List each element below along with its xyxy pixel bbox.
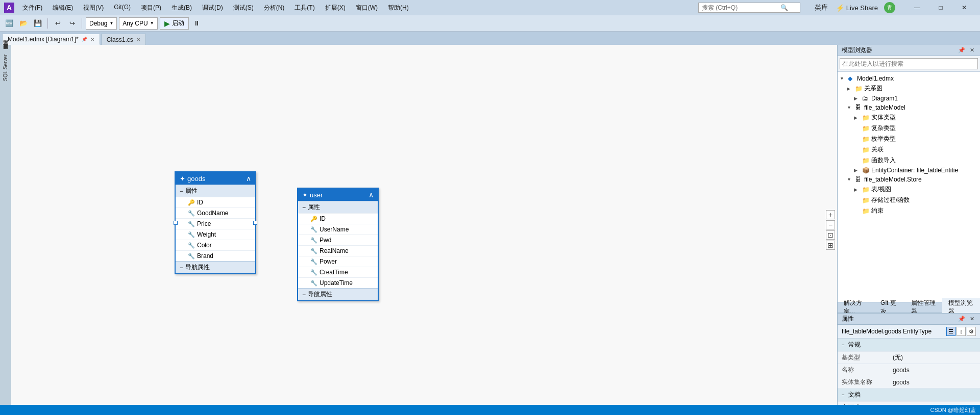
menu-analyze[interactable]: 分析(N)	[260, 3, 289, 13]
tab-class[interactable]: Class1.cs ✕	[101, 34, 146, 45]
props-row-entityset: 实体集名称 goods	[838, 376, 980, 388]
zoom-in-button[interactable]: +	[826, 210, 835, 219]
redo-button[interactable]: ↪	[66, 17, 78, 30]
tree-search[interactable]	[838, 56, 980, 72]
undo-button[interactable]: ↩	[52, 17, 64, 30]
debug-config-dropdown[interactable]: Debug ▼	[86, 17, 117, 30]
menu-edit[interactable]: 编辑(E)	[48, 3, 77, 13]
diagram-canvas[interactable]: ✦goods ∧ − 属性 🔑 ID 🔧 GoodName 🔧 Pri	[11, 45, 837, 415]
menu-help[interactable]: 帮助(H)	[384, 3, 413, 13]
editor-area[interactable]: ✦goods ∧ − 属性 🔑 ID 🔧 GoodName 🔧 Pri	[11, 45, 837, 415]
zoom-out-button[interactable]: −	[826, 220, 835, 229]
basetype-value[interactable]: (无)	[889, 352, 980, 364]
props-section-general: − 常规	[838, 339, 980, 352]
user-prop-realname[interactable]: 🔧 RealName	[298, 245, 378, 256]
search-box[interactable]: 🔍	[698, 3, 800, 13]
panel-close-button[interactable]: ✕	[968, 315, 976, 323]
goods-prop-goodname[interactable]: 🔧 GoodName	[176, 208, 255, 218]
library-button[interactable]: 类库	[813, 2, 830, 14]
cpu-config-dropdown[interactable]: Any CPU ▼	[119, 17, 157, 30]
menu-project[interactable]: 项目(P)	[137, 3, 165, 13]
tree-item-enumtype[interactable]: 📁 枚举类型	[838, 134, 980, 144]
user-prop-username[interactable]: 🔧 UserName	[298, 224, 378, 235]
tree-item-association[interactable]: 📁 关联	[838, 144, 980, 155]
user-prop-id[interactable]: 🔑 ID	[298, 213, 378, 224]
tree-item-tableview[interactable]: ▶ 📁 表/视图	[838, 184, 980, 195]
panel-pin-button[interactable]: 📌	[958, 46, 966, 55]
menu-git[interactable]: Git(G)	[110, 3, 135, 13]
maximize-button[interactable]: □	[929, 0, 952, 15]
user-prop-pwd[interactable]: 🔧 Pwd	[298, 235, 378, 245]
tree-item-associations[interactable]: ▶ 📁 关系图	[838, 83, 980, 94]
key-icon: 🔑	[310, 216, 317, 222]
minus-icon: −	[180, 188, 183, 195]
search-input[interactable]	[702, 4, 778, 11]
tree-label: 存储过程/函数	[871, 196, 910, 204]
menu-window[interactable]: 窗口(W)	[352, 3, 382, 13]
user-entity[interactable]: ✦user ∧ − 属性 🔑 ID 🔧 UserName 🔧 Pwd	[297, 188, 379, 301]
menu-view[interactable]: 视图(V)	[79, 3, 108, 13]
user-header[interactable]: ✦user ∧	[298, 189, 378, 201]
menu-test[interactable]: 测试(S)	[229, 3, 258, 13]
panel-close-button[interactable]: ✕	[968, 46, 976, 55]
user-prop-power[interactable]: 🔧 Power	[298, 256, 378, 267]
open-file-button[interactable]: 📂	[17, 17, 30, 30]
goods-prop-weight[interactable]: 🔧 Weight	[176, 229, 255, 240]
tree-item-constraints[interactable]: 📁 约束	[838, 205, 980, 216]
live-share-button[interactable]: ⚡ Live Share	[836, 4, 878, 12]
tab-class-label: Class1.cs	[107, 36, 133, 43]
props-categorize-button[interactable]: ☰	[946, 327, 955, 336]
tab-diagram[interactable]: Model1.edmx [Diagram1]* 📌 ✕	[2, 34, 100, 45]
resize-handle-left[interactable]	[174, 221, 178, 225]
goods-entity[interactable]: ✦goods ∧ − 属性 🔑 ID 🔧 GoodName 🔧 Pri	[175, 171, 256, 274]
user-collapse-button[interactable]: ∧	[369, 191, 374, 199]
prop-icon: 🔧	[310, 248, 317, 254]
name-value[interactable]: goods	[889, 364, 980, 376]
right-panel: 模型浏览器 📌 ✕ ▼ ◆ Model1.edmx ▶ 📁 关系图	[837, 45, 980, 415]
tree-item-storedproc[interactable]: 📁 存储过程/函数	[838, 195, 980, 205]
menu-file[interactable]: 文件(F)	[18, 3, 46, 13]
tab-class-close[interactable]: ✕	[136, 37, 140, 42]
entityset-value[interactable]: goods	[889, 376, 980, 388]
tree-item-store[interactable]: ▼ 🗄 file_tableModel.Store	[838, 175, 980, 184]
menu-debug[interactable]: 调试(D)	[198, 3, 227, 13]
panel-pin-button[interactable]: 📌	[958, 315, 966, 323]
goods-prop-id[interactable]: 🔑 ID	[176, 197, 255, 208]
goods-prop-color[interactable]: 🔧 Color	[176, 240, 255, 250]
goods-prop-brand[interactable]: 🔧 Brand	[176, 250, 255, 261]
tree-item-entitytype[interactable]: ▶ 📁 实体类型	[838, 112, 980, 123]
user-prop-updatetime[interactable]: 🔧 UpdateTime	[298, 277, 378, 288]
tree-item-diagram1[interactable]: ▶ 🗂 Diagram1	[838, 94, 980, 103]
menu-build[interactable]: 生成(B)	[167, 3, 196, 13]
menu-extensions[interactable]: 扩展(X)	[321, 3, 350, 13]
resize-handle-right[interactable]	[253, 221, 257, 225]
goods-collapse-button[interactable]: ∧	[246, 174, 251, 183]
run-button[interactable]: ▶ 启动	[160, 17, 189, 30]
zoom-100-button[interactable]: ⊞	[826, 241, 835, 250]
new-file-button[interactable]: 🆕	[3, 17, 15, 30]
goods-header[interactable]: ✦goods ∧	[176, 172, 255, 185]
menu-tools[interactable]: 工具(T)	[290, 3, 318, 13]
tab-diagram-close[interactable]: ✕	[90, 37, 94, 42]
save-button[interactable]: 💾	[32, 17, 44, 30]
tree-item-filetablemodel[interactable]: ▼ 🗄 file_tableModel	[838, 103, 980, 112]
zoom-fit-button[interactable]: ⊡	[826, 230, 835, 240]
props-page-button[interactable]: ⚙	[967, 327, 976, 336]
section-general-label: 常规	[848, 341, 861, 348]
pin-icon: 📌	[82, 37, 87, 42]
tree-item-entitycontainer[interactable]: ▶ 📦 EntityContainer: file_tableEntitie	[838, 166, 980, 175]
goods-prop-price[interactable]: 🔧 Price	[176, 218, 255, 229]
user-avatar[interactable]: 青	[884, 2, 895, 13]
props-sort-button[interactable]: ↕	[957, 327, 966, 336]
tree-item-complextype[interactable]: 📁 复杂类型	[838, 123, 980, 134]
user-prop-creattime[interactable]: 🔧 CreatTime	[298, 267, 378, 277]
tree-item-functionimport[interactable]: 📁 函数导入	[838, 155, 980, 166]
tree-item-model1[interactable]: ▼ ◆ Model1.edmx	[838, 74, 980, 83]
sql-server-label[interactable]: SQL Server 对象资源管理器	[2, 53, 9, 81]
entity-icon: ✦	[180, 175, 185, 183]
tree-search-input[interactable]	[840, 58, 978, 69]
pause-button[interactable]: ⏸	[191, 17, 203, 30]
tree-label: 复杂类型	[871, 124, 896, 133]
minimize-button[interactable]: —	[905, 0, 929, 15]
close-button[interactable]: ✕	[952, 0, 976, 15]
